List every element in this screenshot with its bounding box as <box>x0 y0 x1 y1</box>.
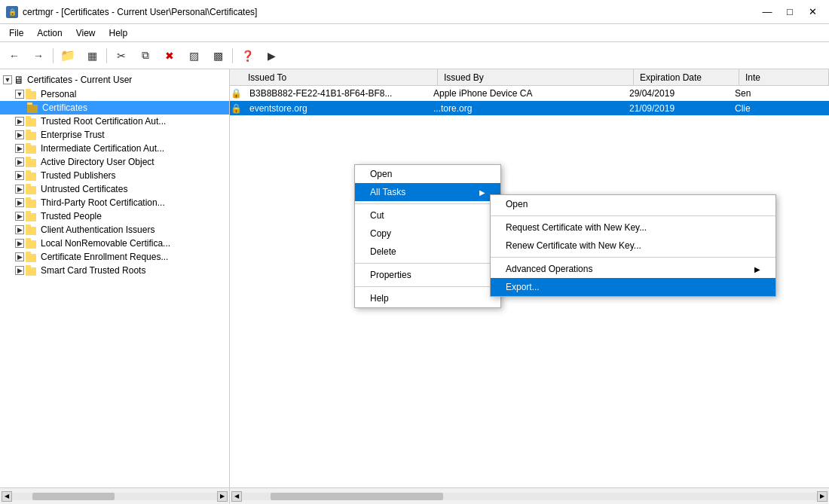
cert-row-0[interactable]: 🔒 B3B8B882-FE22-41B1-8F64-BF8... Apple i… <box>230 86 829 101</box>
right-scrollbar-track[interactable] <box>242 493 817 500</box>
root-expand-icon[interactable]: ▼ <box>3 75 12 84</box>
cert-enrollment-folder-icon <box>26 252 38 262</box>
all-tasks-submenu: Open Request Certificate with New Key...… <box>490 194 776 297</box>
properties-button[interactable]: ▨ <box>182 45 205 66</box>
tree-root: ▼ 🖥 Certificates - Current User ▼ Person… <box>0 69 229 280</box>
client-auth-expand[interactable]: ▶ <box>15 225 24 234</box>
ctx-open[interactable]: Open <box>355 165 500 183</box>
cert-expiration-1: 21/09/2019 <box>623 102 729 115</box>
ctx-delete-label: Delete <box>370 246 396 257</box>
title-bar-left: 🔒 certmgr - [Certificates - Current User… <box>6 6 257 18</box>
menu-help[interactable]: Help <box>103 26 134 40</box>
tree-untrusted-label: Untrusted Certificates <box>41 184 127 194</box>
certificates-folder-icon <box>27 102 39 113</box>
col-header-issued-to[interactable]: Issued To <box>242 69 438 85</box>
tree-item-enterprise-trust[interactable]: ▶ Enterprise Trust <box>0 128 229 142</box>
active-directory-expand[interactable]: ▶ <box>15 157 24 166</box>
ctx-properties-label: Properties <box>370 270 411 280</box>
ctx-help[interactable]: Help <box>355 289 500 307</box>
menu-file[interactable]: File <box>3 26 29 40</box>
menu-action[interactable]: Action <box>31 26 68 40</box>
minimize-button[interactable]: — <box>757 3 778 21</box>
tree-item-root[interactable]: ▼ 🖥 Certificates - Current User <box>0 72 229 87</box>
right-scroll-btn-left[interactable]: ◀ <box>231 491 242 502</box>
sub-open[interactable]: Open <box>491 195 775 213</box>
cert-enrollment-expand[interactable]: ▶ <box>15 252 24 261</box>
trusted-root-expand[interactable]: ▶ <box>15 117 24 126</box>
col-header-intended[interactable]: Inte <box>739 69 829 85</box>
delete-button[interactable]: ✖ <box>158 45 181 66</box>
cert-intended-0: Sen <box>729 87 829 99</box>
tree-item-local-non[interactable]: ▶ Local NonRemovable Certifica... <box>0 237 229 250</box>
intermediate-folder-icon <box>26 143 38 154</box>
trusted-publishers-expand[interactable]: ▶ <box>15 171 24 180</box>
toolbar-separator-1 <box>53 48 54 63</box>
run-button[interactable]: ▶ <box>260 45 283 66</box>
ctx-properties[interactable]: Properties <box>355 266 500 284</box>
tree-root-label: Certificates - Current User <box>27 75 132 85</box>
tree-item-client-auth[interactable]: ▶ Client Authentication Issuers <box>0 223 229 237</box>
ctx-delete[interactable]: Delete <box>355 243 500 261</box>
cert-expiration-0: 29/04/2019 <box>623 87 729 99</box>
tree-item-trusted-publishers[interactable]: ▶ Trusted Publishers <box>0 169 229 182</box>
menu-view[interactable]: View <box>70 26 102 40</box>
personal-expand-icon[interactable]: ▼ <box>15 90 24 99</box>
cert-row-1[interactable]: 🔒 eventstore.org ...tore.org 21/09/2019 … <box>230 101 829 116</box>
smart-card-expand[interactable]: ▶ <box>15 266 24 275</box>
tree-item-active-directory[interactable]: ▶ Active Directory User Object <box>0 155 229 169</box>
show-hide-button[interactable]: ▦ <box>81 45 103 66</box>
tree-item-personal[interactable]: ▼ Personal <box>0 87 229 101</box>
col-header-issued-by[interactable]: Issued By <box>438 69 634 85</box>
sub-sep-2 <box>491 257 775 258</box>
forward-button[interactable]: → <box>27 45 50 66</box>
intermediate-expand[interactable]: ▶ <box>15 144 24 153</box>
local-non-expand[interactable]: ▶ <box>15 239 24 248</box>
tree-item-trusted-people[interactable]: ▶ Trusted People <box>0 209 229 223</box>
export-button[interactable]: ▩ <box>206 45 229 66</box>
menu-bar: File Action View Help <box>0 24 829 42</box>
help-button[interactable]: ❓ <box>236 45 258 66</box>
toolbar: ← → 📁 ▦ ✂ ⧉ ✖ ▨ ▩ ❓ ▶ <box>0 42 829 69</box>
left-scroll-btn-right[interactable]: ▶ <box>217 491 228 502</box>
tree-item-trusted-root[interactable]: ▶ Trusted Root Certification Aut... <box>0 115 229 128</box>
untrusted-expand[interactable]: ▶ <box>15 185 24 194</box>
left-scrollbar-thumb <box>32 493 115 500</box>
ctx-all-tasks[interactable]: All Tasks ▶ <box>355 183 500 201</box>
tree-item-intermediate[interactable]: ▶ Intermediate Certification Aut... <box>0 142 229 155</box>
close-button[interactable]: ✕ <box>802 3 823 21</box>
ctx-copy[interactable]: Copy <box>355 225 500 243</box>
toolbar-separator-2 <box>106 48 107 63</box>
trusted-people-expand[interactable]: ▶ <box>15 212 24 221</box>
right-scroll-btn-right[interactable]: ▶ <box>817 491 827 502</box>
col-header-expiration[interactable]: Expiration Date <box>634 69 739 85</box>
tree-item-third-party[interactable]: ▶ Third-Party Root Certification... <box>0 196 229 209</box>
tree-item-untrusted[interactable]: ▶ Untrusted Certificates <box>0 182 229 196</box>
sub-request-cert[interactable]: Request Certificate with New Key... <box>491 218 775 237</box>
sub-open-label: Open <box>506 199 528 209</box>
trusted-publishers-folder-icon <box>26 170 38 181</box>
tree-item-certificates[interactable]: Certificates <box>0 101 229 115</box>
copy-button[interactable]: ⧉ <box>134 45 157 66</box>
ctx-cut-label: Cut <box>370 210 384 221</box>
toolbar-separator-3 <box>232 48 233 63</box>
trusted-root-folder-icon <box>26 116 38 127</box>
left-scroll-btn-left[interactable]: ◀ <box>2 491 12 502</box>
tree-item-smart-card[interactable]: ▶ Smart Card Trusted Roots <box>0 264 229 277</box>
third-party-expand[interactable]: ▶ <box>15 198 24 207</box>
sub-renew-cert-label: Renew Certificate with New Key... <box>506 240 641 251</box>
ctx-cut[interactable]: Cut <box>355 206 500 225</box>
back-button[interactable]: ← <box>3 45 26 66</box>
tree-item-cert-enrollment[interactable]: ▶ Certificate Enrollment Reques... <box>0 250 229 264</box>
column-headers: Issued To Issued By Expiration Date Inte <box>230 69 829 86</box>
personal-folder-icon <box>26 89 38 99</box>
cert-icon-1: 🔒 <box>230 102 242 115</box>
sub-export[interactable]: Export... <box>491 278 775 296</box>
sub-advanced-ops[interactable]: Advanced Operations ▶ <box>491 260 775 278</box>
sub-renew-cert[interactable]: Renew Certificate with New Key... <box>491 237 775 255</box>
cert-issued-by-0: Apple iPhone Device CA <box>427 87 623 99</box>
cut-button[interactable]: ✂ <box>110 45 133 66</box>
enterprise-trust-expand[interactable]: ▶ <box>15 130 24 139</box>
up-folder-button[interactable]: 📁 <box>57 45 79 66</box>
left-scrollbar-track[interactable] <box>12 493 217 500</box>
maximize-button[interactable]: □ <box>779 3 800 21</box>
